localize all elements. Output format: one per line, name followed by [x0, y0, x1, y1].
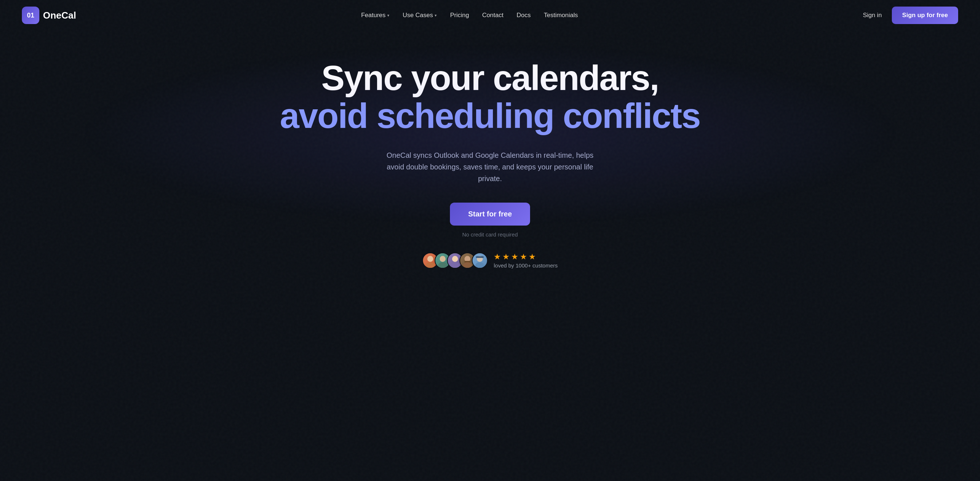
nav-item-contact: Contact — [482, 12, 503, 19]
social-proof: ★ ★ ★ ★ ★ loved by 1000+ customers — [422, 252, 558, 269]
avatar-group — [422, 253, 488, 269]
svg-point-4 — [452, 256, 458, 262]
nav-item-testimonials: Testimonials — [544, 12, 578, 19]
nav-item-features: Features ▾ — [361, 12, 390, 19]
nav-links: Features ▾ Use Cases ▾ Pricing Contact D… — [361, 12, 578, 19]
brand-name: OneCal — [43, 10, 76, 21]
star-1: ★ — [494, 252, 501, 262]
logo-icon: 01 — [22, 6, 39, 24]
start-free-button[interactable]: Start for free — [450, 202, 530, 226]
hero-title-line1: Sync your calendars, — [321, 60, 659, 97]
svg-point-3 — [438, 262, 447, 268]
nav-link-testimonials[interactable]: Testimonials — [544, 12, 578, 19]
signup-button[interactable]: Sign up for free — [892, 6, 958, 24]
star-4: ★ — [520, 252, 527, 262]
nav-link-usecases[interactable]: Use Cases ▾ — [402, 12, 437, 19]
svg-point-8 — [463, 262, 472, 268]
nav-link-contact[interactable]: Contact — [482, 12, 503, 19]
nav-item-usecases: Use Cases ▾ — [402, 12, 437, 19]
navbar: 01 OneCal Features ▾ Use Cases ▾ Pricing — [0, 0, 980, 30]
svg-point-5 — [451, 262, 460, 268]
svg-point-1 — [426, 262, 434, 268]
nav-link-pricing[interactable]: Pricing — [450, 12, 469, 19]
svg-rect-11 — [476, 256, 484, 258]
svg-point-2 — [440, 256, 445, 262]
star-rating: ★ ★ ★ ★ ★ — [494, 252, 536, 262]
nav-item-docs: Docs — [517, 12, 531, 19]
hero-subtitle: OneCal syncs Outlook and Google Calendar… — [377, 150, 603, 185]
rating-info: ★ ★ ★ ★ ★ loved by 1000+ customers — [494, 252, 558, 269]
nav-link-features[interactable]: Features ▾ — [361, 12, 390, 19]
chevron-down-icon: ▾ — [387, 13, 390, 18]
chevron-down-icon: ▾ — [434, 13, 437, 18]
sign-in-link[interactable]: Sign in — [863, 12, 881, 19]
logo-link[interactable]: 01 OneCal — [22, 6, 76, 24]
svg-point-0 — [427, 256, 433, 262]
hero-section: Sync your calendars, avoid scheduling co… — [0, 30, 980, 290]
nav-right: Sign in Sign up for free — [863, 6, 958, 24]
svg-point-10 — [476, 262, 484, 268]
hero-title-line2: avoid scheduling conflicts — [280, 97, 700, 135]
loved-text: loved by 1000+ customers — [494, 262, 558, 269]
avatar — [472, 253, 488, 269]
nav-link-docs[interactable]: Docs — [517, 12, 531, 19]
star-5: ★ — [529, 252, 536, 262]
no-cc-text: No credit card required — [462, 231, 518, 237]
star-2: ★ — [503, 252, 510, 262]
nav-item-pricing: Pricing — [450, 12, 469, 19]
star-3: ★ — [511, 252, 519, 262]
